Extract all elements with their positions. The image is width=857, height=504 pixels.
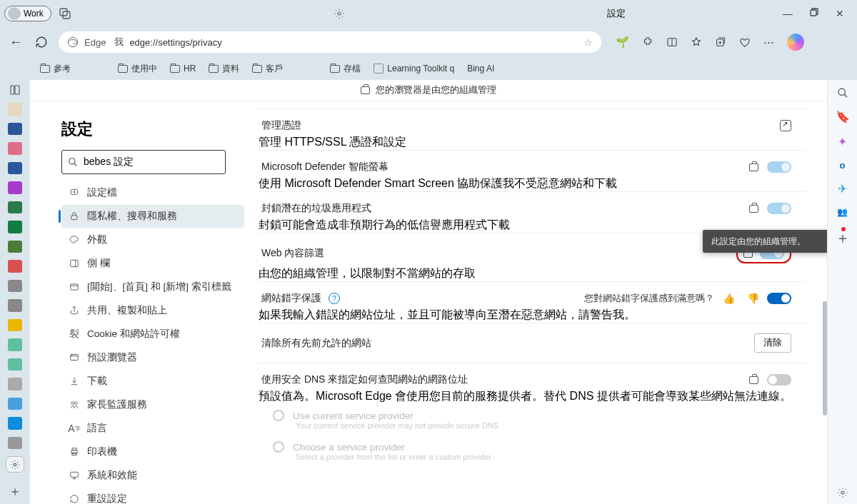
vertical-tab-6[interactable] — [8, 201, 22, 214]
dns-title: 使用安全 DNS 來指定如何查閱網站的網路位址 — [261, 373, 741, 386]
group-clear: 清除所有先前允許的網站 清除 — [259, 323, 806, 363]
fav-folder-5[interactable]: 客戶 — [252, 63, 283, 75]
top-settings-icon[interactable] — [334, 8, 345, 19]
family-icon — [69, 399, 80, 410]
browser-essentials-icon[interactable] — [739, 36, 751, 48]
fav-folder-4[interactable]: 資料 — [209, 63, 239, 75]
minimize-button[interactable]: ― — [783, 8, 793, 19]
collections-icon[interactable] — [715, 36, 726, 48]
sidebar-search-icon[interactable] — [837, 87, 848, 99]
banner-text: 您的瀏覽器是由您的組織管理 — [376, 84, 496, 96]
vertical-tab-7[interactable] — [8, 221, 22, 233]
nav-family[interactable]: 家長監護服務 — [61, 393, 244, 416]
nav-share[interactable]: 共用、複製和貼上 — [61, 299, 244, 322]
appearance-icon — [69, 234, 80, 246]
fav-folder-6[interactable]: 存檔 — [330, 63, 361, 75]
group-pua: 封鎖潛在的垃圾應用程式 封鎖可能會造成非預期行為的低信譽應用程式下載 — [259, 191, 806, 233]
defender-toggle[interactable] — [767, 161, 791, 173]
typo-title: 網站錯字保護 — [261, 292, 321, 305]
more-menu-icon[interactable]: ⋯ — [763, 36, 774, 49]
split-screen-icon[interactable] — [666, 36, 678, 48]
help-icon[interactable]: ? — [329, 293, 340, 304]
typo-toggle[interactable] — [767, 293, 791, 304]
maximize-button[interactable] — [810, 8, 818, 19]
sidebar-tools-icon[interactable]: ✦ — [838, 135, 847, 148]
vertical-tab-13[interactable] — [8, 338, 22, 351]
vertical-tab-3[interactable] — [8, 142, 22, 155]
refresh-button[interactable] — [33, 34, 50, 51]
nav-reset[interactable]: 重設設定 — [61, 488, 244, 504]
address-bar[interactable]: Edge 我 edge://settings/privacy ☆ — [59, 31, 601, 53]
dns-opt-choose-desc: Select a provider from the list or enter… — [259, 453, 806, 461]
address-brand: Edge — [84, 37, 106, 48]
copilot-icon[interactable] — [787, 34, 804, 51]
vertical-tab-10[interactable] — [8, 280, 22, 293]
thumbs-down-icon[interactable]: 👎 — [747, 293, 758, 304]
vertical-tab-8[interactable] — [8, 241, 22, 253]
fav-folder-3[interactable]: HR — [170, 64, 196, 74]
edge-logo-icon — [67, 36, 79, 48]
vertical-tab-17[interactable] — [8, 417, 22, 430]
sidebar-shopping-icon[interactable]: 🔖 — [836, 110, 850, 124]
nav-sidebar[interactable]: 側 欄 — [61, 252, 244, 275]
extensions-icon[interactable] — [642, 36, 653, 48]
defender-title: Microsoft Defender 智能螢幕 — [261, 161, 741, 173]
thumbs-up-icon[interactable]: 👍 — [723, 293, 734, 304]
edge-sidebar: 🔖 ✦ o ✈ 👥 ＋ — [827, 80, 857, 504]
favorites-icon[interactable] — [691, 36, 702, 48]
credentials-title: 管理憑證 — [261, 119, 771, 132]
nav-languages[interactable]: A字語言 — [61, 417, 244, 440]
vertical-tab-5[interactable] — [8, 181, 22, 194]
fav-folder-1[interactable]: 參考 — [40, 63, 71, 75]
nav-default-browser[interactable]: 預設瀏覽器 — [61, 346, 244, 369]
nav-start[interactable]: [開始]、[首頁] 和 [新增] 索引標籤 — [61, 276, 244, 298]
pua-toggle[interactable] — [767, 203, 791, 214]
fav-link-8[interactable]: Bing AI — [467, 64, 494, 74]
nav-printers[interactable]: 印表機 — [61, 440, 244, 463]
external-link-icon[interactable] — [780, 120, 791, 131]
sidebar-telegram-icon[interactable]: ✈ — [838, 182, 847, 196]
sidebar-plus-icon[interactable]: ＋ — [836, 230, 850, 246]
vertical-tab-2[interactable] — [8, 123, 22, 136]
dns-toggle[interactable] — [767, 374, 791, 385]
vertical-tab-settings-active[interactable] — [6, 456, 24, 473]
fav-link-7[interactable]: Learning Toolkit q — [374, 64, 454, 74]
svg-point-4 — [68, 37, 77, 46]
fav-folder-2[interactable]: 使用中 — [118, 63, 157, 75]
profile-switcher[interactable]: Work — [4, 6, 51, 21]
vertical-tab-18[interactable] — [8, 437, 22, 450]
group-credentials: 管理憑證 管理 HTTPS/SSL 憑證和設定 — [259, 109, 806, 150]
tab-actions-icon[interactable] — [9, 84, 21, 96]
settings-search[interactable] — [61, 150, 226, 174]
vertical-tab-14[interactable] — [8, 358, 22, 371]
close-button[interactable]: ✕ — [836, 8, 844, 19]
nav-downloads[interactable]: 下載 — [61, 370, 244, 393]
favorite-star-icon[interactable]: ☆ — [584, 37, 593, 48]
new-tab-button[interactable]: ＋ — [6, 483, 24, 500]
sidebar-settings-icon[interactable] — [837, 487, 848, 498]
sidebar-outlook-icon[interactable]: o — [840, 160, 846, 171]
nav-profiles[interactable]: 設定檔 — [61, 181, 244, 204]
settings-search-input[interactable] — [84, 156, 219, 168]
nav-privacy[interactable]: 隱私權、搜尋和服務 — [61, 205, 244, 228]
clear-button[interactable]: 清除 — [754, 333, 791, 353]
back-button[interactable]: ← — [7, 34, 24, 51]
address-bar-row: ← Edge 我 edge://settings/privacy ☆ 🌱 ⋯ — [0, 27, 857, 57]
vertical-tab-16[interactable] — [8, 398, 22, 410]
nav-appearance[interactable]: 外觀 — [61, 228, 244, 251]
vertical-tab-15[interactable] — [8, 378, 22, 390]
sidebar-teams-icon[interactable]: 👥 — [837, 207, 848, 217]
vertical-tab-9[interactable] — [8, 260, 22, 273]
vertical-tab-11[interactable] — [8, 299, 22, 312]
vertical-tab-12[interactable] — [8, 319, 22, 332]
vertical-tab-4[interactable] — [8, 162, 22, 175]
reset-icon — [69, 493, 80, 504]
extension-icon-1[interactable]: 🌱 — [616, 36, 629, 49]
workspaces-icon[interactable] — [59, 7, 71, 20]
nav-system[interactable]: 系統和效能 — [61, 464, 244, 487]
vertical-tab-1[interactable] — [8, 103, 22, 116]
clear-title: 清除所有先前允許的網站 — [261, 337, 746, 350]
svg-point-37 — [838, 89, 845, 95]
printer-icon — [69, 446, 80, 458]
nav-cookies[interactable]: 裂Cookie 和網站許可權 — [61, 323, 244, 346]
